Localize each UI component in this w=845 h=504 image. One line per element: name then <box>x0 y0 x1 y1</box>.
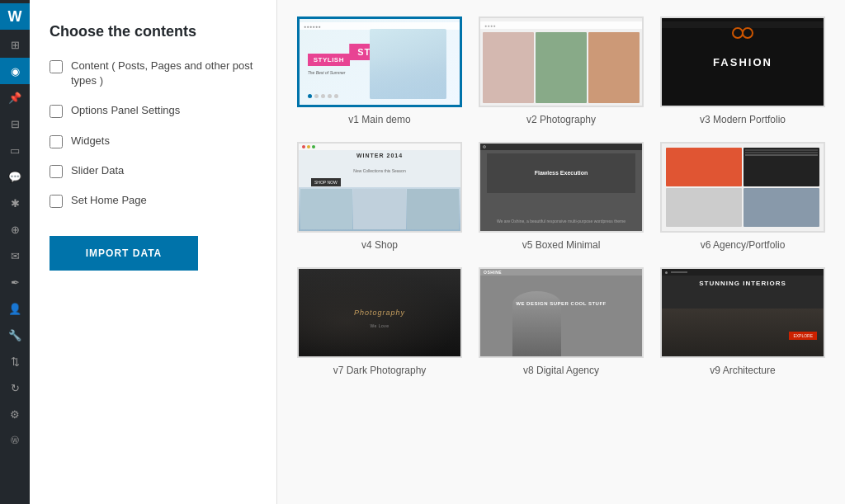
comments-icon: 💬 <box>8 172 21 182</box>
sidebar-item-plugins[interactable]: ⊕ <box>0 216 30 243</box>
demo-thumb-inner-v8: OSHINE WE DESIGN SUPER COOL STUFF <box>480 269 642 356</box>
demo-thumb-inner-v4: WINTER 2014 New Collections this Season … <box>299 144 460 231</box>
demo-label-v1: v1 Main demo <box>348 114 410 125</box>
sidebar-item-mail[interactable]: ✉ <box>0 243 30 269</box>
demo-thumb-inner-v1: ●●●●●● STYLISH The Best of Summer <box>300 19 460 105</box>
demo-label-v7: v7 Dark Photography <box>333 365 427 376</box>
demo-label-v8: v8 Digital Agency <box>523 365 599 376</box>
demo-item-v4[interactable]: WINTER 2014 New Collections this Season … <box>297 142 462 251</box>
demo-thumb-v4[interactable]: WINTER 2014 New Collections this Season … <box>297 142 462 233</box>
sidebar-item-pin[interactable]: 📌 <box>0 84 30 111</box>
demo-thumb-v2[interactable]: ●●●● <box>479 16 644 107</box>
demo-thumb-inner-v7: Photography We Love <box>299 269 460 356</box>
sidebar-item-pages[interactable]: ▭ <box>0 137 30 163</box>
sidebar-logo[interactable]: W <box>0 3 30 30</box>
checkbox-homepage-input[interactable] <box>50 195 63 208</box>
checkbox-widgets-label[interactable]: Widgets <box>71 134 110 148</box>
demo-thumb-v6[interactable] <box>660 142 825 233</box>
checkbox-content-input[interactable] <box>50 60 63 73</box>
mail-icon: ✉ <box>11 251 20 261</box>
sidebar-item-blocks[interactable]: ⊟ <box>0 111 30 137</box>
sidebar: W ⊞ ◉ 📌 ⊟ ▭ 💬 ✱ ⊕ ✉ ✒ 👤 🔧 ⇅ ↻ ⚙ Ⓦ <box>0 0 30 504</box>
demo-label-v2: v2 Photography <box>526 114 596 125</box>
pages-icon: ▭ <box>10 145 20 156</box>
sidebar-item-woo[interactable]: Ⓦ <box>0 427 30 454</box>
demo-thumb-v3[interactable]: FASHION <box>660 16 825 107</box>
sidebar-item-updates[interactable]: ↻ <box>0 374 30 401</box>
sidebar-item-import[interactable]: ⇅ <box>0 348 30 374</box>
checkbox-homepage-label[interactable]: Set Home Page <box>71 193 147 208</box>
checkbox-options-input[interactable] <box>50 105 63 118</box>
demo-item-v8[interactable]: OSHINE WE DESIGN SUPER COOL STUFF v8 Dig… <box>479 267 644 376</box>
demo-item-v5[interactable]: Flawless Execution We are Oshine, a beau… <box>479 142 644 251</box>
sidebar-item-tools[interactable]: 🔧 <box>0 322 30 348</box>
main-area: Choose the contents Content ( Posts, Pag… <box>30 0 845 504</box>
checkbox-content-label[interactable]: Content ( Posts, Pages and other post ty… <box>71 59 257 88</box>
demo-label-v5: v5 Boxed Minimal <box>522 239 601 251</box>
demo-label-v4: v4 Shop <box>361 239 398 251</box>
wp-logo: W <box>8 8 22 26</box>
checkbox-slider-label[interactable]: Slider Data <box>71 163 124 178</box>
appearance-icon: ✱ <box>11 198 20 209</box>
pin-icon: 📌 <box>8 92 21 103</box>
sidebar-item-customize[interactable]: ◉ <box>0 58 30 84</box>
sidebar-item-settings[interactable]: ⚙ <box>0 401 30 427</box>
sidebar-item-users[interactable]: 👤 <box>0 295 30 322</box>
demo-grid: ●●●●●● STYLISH The Best of Summer <box>277 0 845 504</box>
import-data-button[interactable]: IMPORT DATA <box>50 236 198 271</box>
plugins-icon: ⊕ <box>11 224 20 235</box>
demo-label-v9: v9 Architecture <box>710 365 775 376</box>
demo-item-v1[interactable]: ●●●●●● STYLISH The Best of Summer <box>297 16 462 125</box>
demo-label-v6: v6 Agency/Portfolio <box>701 239 786 251</box>
updates-icon: ↻ <box>11 383 20 393</box>
demo-item-v9[interactable]: STUNNING INTERIORS EXPLORE v9 Architectu… <box>660 267 825 376</box>
demo-thumb-v5[interactable]: Flawless Execution We are Oshine, a beau… <box>479 142 644 233</box>
demo-item-v2[interactable]: ●●●● v2 Photography <box>479 16 644 125</box>
users-icon: 👤 <box>8 304 21 314</box>
checkbox-homepage: Set Home Page <box>50 193 257 208</box>
demo-thumb-v7[interactable]: Photography We Love <box>297 267 462 358</box>
demo-thumb-inner-v6 <box>662 144 824 231</box>
demo-item-v3[interactable]: FASHION v3 Modern Portfolio <box>660 16 825 125</box>
checkbox-content: Content ( Posts, Pages and other post ty… <box>50 59 257 88</box>
demo-thumb-v8[interactable]: OSHINE WE DESIGN SUPER COOL STUFF <box>479 267 644 358</box>
sidebar-item-write[interactable]: ✒ <box>0 269 30 295</box>
checkbox-options-label[interactable]: Options Panel Settings <box>71 103 180 118</box>
checkbox-slider-input[interactable] <box>50 165 63 178</box>
sidebar-item-comments[interactable]: 💬 <box>0 163 30 190</box>
import-icon: ⇅ <box>11 356 20 367</box>
checkbox-widgets: Widgets <box>50 134 257 148</box>
tools-icon: 🔧 <box>8 330 21 341</box>
customize-icon: ◉ <box>11 66 20 77</box>
demo-grid-inner: ●●●●●● STYLISH The Best of Summer <box>297 16 825 376</box>
checkbox-slider: Slider Data <box>50 163 257 178</box>
dashboard-icon: ⊞ <box>11 40 20 50</box>
demo-thumb-inner-v3: FASHION <box>662 18 824 106</box>
woo-icon: Ⓦ <box>11 436 19 445</box>
left-panel: Choose the contents Content ( Posts, Pag… <box>30 0 277 504</box>
write-icon: ✒ <box>11 277 20 288</box>
demo-thumb-inner-v9: STUNNING INTERIORS EXPLORE <box>662 269 824 356</box>
checkbox-widgets-input[interactable] <box>50 135 63 148</box>
panel-title: Choose the contents <box>50 23 257 40</box>
sidebar-item-dashboard[interactable]: ⊞ <box>0 31 30 58</box>
demo-thumb-inner-v5: Flawless Execution We are Oshine, a beau… <box>480 144 642 231</box>
demo-thumb-v1[interactable]: ●●●●●● STYLISH The Best of Summer <box>297 16 462 107</box>
settings-icon: ⚙ <box>10 409 20 420</box>
demo-item-v7[interactable]: Photography We Love v7 Dark Photography <box>297 267 462 376</box>
demo-item-v6[interactable]: v6 Agency/Portfolio <box>660 142 825 251</box>
blocks-icon: ⊟ <box>11 119 20 130</box>
checkbox-options: Options Panel Settings <box>50 103 257 118</box>
demo-thumb-v9[interactable]: STUNNING INTERIORS EXPLORE <box>660 267 825 358</box>
sidebar-item-appearance[interactable]: ✱ <box>0 190 30 216</box>
demo-label-v3: v3 Modern Portfolio <box>700 114 786 125</box>
demo-thumb-inner-v2: ●●●● <box>480 18 642 106</box>
